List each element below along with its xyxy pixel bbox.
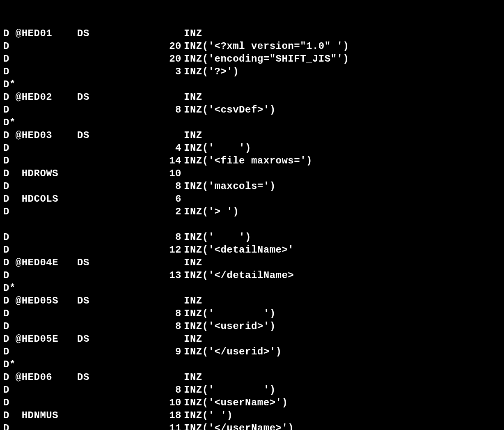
code-line: D20INZ('<?xml version="1.0" ') (3, 40, 504, 53)
code-line: D* (3, 358, 504, 371)
col-keyword: INZ('<?xml version="1.0" ') (184, 40, 349, 53)
col-decl: D @HED01 (3, 27, 77, 40)
col-decl: D @HED04E (3, 256, 77, 269)
code-line: D8INZ(' ') (3, 307, 504, 320)
col-decl: D HDNMUS (3, 409, 77, 422)
col-decl: D (3, 269, 77, 282)
col-decl: D (3, 345, 77, 358)
col-length: 14 (151, 154, 184, 167)
col-length: 8 (151, 384, 184, 396)
col-decl: D (3, 154, 77, 167)
col-decl: D (3, 384, 77, 396)
code-line: D12INZ('<detailName>' (3, 244, 504, 256)
col-keyword: INZ (184, 256, 202, 269)
code-line: D8INZ('maxcols=') (3, 180, 504, 193)
col-length: 9 (151, 345, 184, 358)
col-keyword: INZ (184, 129, 202, 142)
col-decl: D (3, 53, 77, 65)
col-keyword: INZ('<userid>') (184, 320, 276, 333)
code-line: D8INZ(' ') (3, 231, 504, 244)
col-keyword: INZ('<userName>') (184, 396, 288, 409)
col-length: 2 (151, 205, 184, 218)
col-decl: D* (3, 358, 77, 371)
code-line: D HDCOLS6 (3, 193, 504, 205)
col-length: 3 (151, 65, 184, 78)
col-type: DS (77, 27, 151, 40)
col-decl: D (3, 320, 77, 333)
col-decl: D (3, 396, 77, 409)
col-decl: D (3, 422, 77, 430)
code-line: D20INZ('encoding="SHIFT_JIS"') (3, 53, 504, 65)
col-keyword: INZ (184, 294, 202, 307)
col-type: DS (77, 91, 151, 103)
col-keyword: INZ('<file maxrows=') (184, 154, 312, 167)
col-keyword: INZ (184, 371, 202, 384)
col-decl: D (3, 244, 77, 256)
col-length: 8 (151, 231, 184, 244)
code-line: D* (3, 282, 504, 294)
code-line: D2INZ('> ') (3, 205, 504, 218)
col-length: 4 (151, 142, 184, 154)
code-line: D @HED04EDSINZ (3, 256, 504, 269)
col-keyword: INZ(' ') (184, 409, 233, 422)
code-line: D14INZ('<file maxrows=') (3, 154, 504, 167)
col-length: 10 (151, 396, 184, 409)
col-decl: D @HED03 (3, 129, 77, 142)
col-keyword: INZ('</userName>') (184, 422, 294, 430)
col-decl: D @HED06 (3, 371, 77, 384)
col-keyword: INZ (184, 333, 202, 345)
col-keyword: INZ('> ') (184, 205, 239, 218)
col-decl: D @HED02 (3, 91, 77, 103)
code-line: D HDNMUS18INZ(' ') (3, 409, 504, 422)
col-keyword: INZ('</detailName> (184, 269, 294, 282)
code-line: D8INZ('<userid>') (3, 320, 504, 333)
col-type: DS (77, 371, 151, 384)
col-length: 18 (151, 409, 184, 422)
col-decl: D (3, 205, 77, 218)
col-type: DS (77, 294, 151, 307)
code-line: D @HED05EDSINZ (3, 333, 504, 345)
col-decl: D (3, 307, 77, 320)
col-decl: D @HED05S (3, 294, 77, 307)
col-length: 8 (151, 180, 184, 193)
col-keyword: INZ (184, 91, 202, 103)
code-listing: D @HED01DSINZD20INZ('<?xml version="1.0"… (0, 0, 504, 430)
code-line: D HDROWS10 (3, 167, 504, 180)
col-length: 20 (151, 53, 184, 65)
col-length: 8 (151, 320, 184, 333)
code-line: D10INZ('<userName>') (3, 396, 504, 409)
col-length: 10 (151, 167, 184, 180)
col-length: 11 (151, 422, 184, 430)
code-line (3, 218, 504, 231)
code-line: D8INZ('<csvDef>') (3, 103, 504, 116)
code-line: D @HED01DSINZ (3, 27, 504, 40)
code-line: D @HED02DSINZ (3, 91, 504, 103)
col-keyword: INZ(' ') (184, 142, 251, 154)
col-decl: D (3, 103, 77, 116)
col-keyword: INZ('<detailName>' (184, 244, 294, 256)
col-length: 8 (151, 103, 184, 116)
col-keyword: INZ (184, 27, 202, 40)
col-length: 8 (151, 307, 184, 320)
col-keyword: INZ(' ') (184, 384, 276, 396)
col-keyword: INZ('<csvDef>') (184, 103, 276, 116)
code-line: D13INZ('</detailName> (3, 269, 504, 282)
col-decl: D* (3, 282, 77, 294)
col-decl: D HDROWS (3, 167, 77, 180)
code-line: D @HED03DSINZ (3, 129, 504, 142)
code-line: D4INZ(' ') (3, 142, 504, 154)
col-length: 20 (151, 40, 184, 53)
col-keyword: INZ(' ') (184, 307, 276, 320)
col-keyword: INZ(' ') (184, 231, 251, 244)
col-decl: D (3, 180, 77, 193)
col-decl: D* (3, 116, 77, 129)
col-length: 13 (151, 269, 184, 282)
code-line: D* (3, 116, 504, 129)
code-line: D8INZ(' ') (3, 384, 504, 396)
col-type: DS (77, 333, 151, 345)
col-decl: D HDCOLS (3, 193, 77, 205)
col-decl: D* (3, 78, 77, 91)
code-line: D @HED06DSINZ (3, 371, 504, 384)
col-keyword: INZ('</userid>') (184, 345, 282, 358)
col-length: 12 (151, 244, 184, 256)
